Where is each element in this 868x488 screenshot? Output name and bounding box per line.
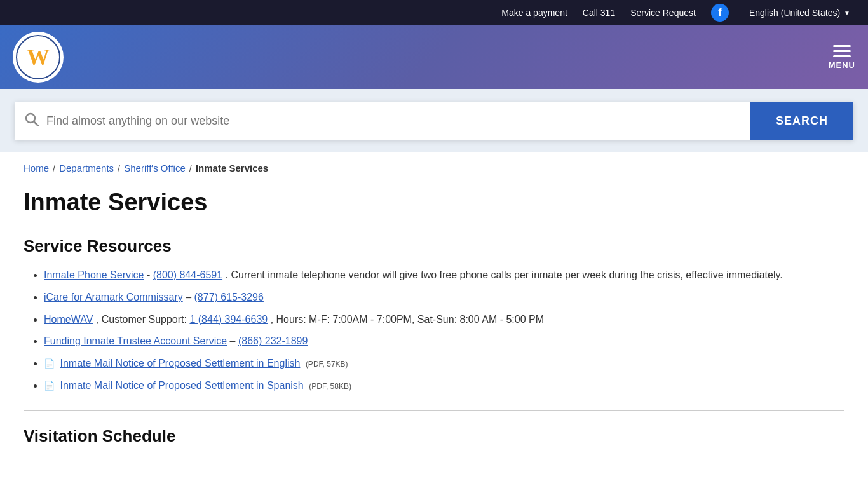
call-311-link[interactable]: Call 311 [583,8,615,18]
page-title: Inmate Services [24,189,844,216]
breadcrumb-current: Inmate Services [196,163,268,173]
funding-trustee-link[interactable]: Funding Inmate Trustee Account Service [44,336,227,346]
language-label: English (United States) [749,8,840,18]
main-content: Home / Departments / Sheriff's Office / … [8,152,860,471]
menu-button[interactable]: MENU [829,45,855,70]
homewav-desc: , Customer Support: [96,314,190,325]
site-logo: W [13,32,64,83]
resource-list: Inmate Phone Service - (800) 844-6591 . … [24,266,844,395]
inmate-phone-service-link[interactable]: Inmate Phone Service [44,269,144,280]
inmate-mail-spanish-link[interactable]: Inmate Mail Notice of Proposed Settlemen… [60,380,303,391]
menu-bar-2 [833,50,851,52]
search-section: SEARCH [0,89,868,152]
section-divider [24,410,844,411]
top-utility-bar: Make a payment Call 311 Service Request … [0,0,868,25]
search-input[interactable] [46,104,740,138]
breadcrumb-sheriffs-office[interactable]: Sheriff's Office [124,163,186,173]
menu-bar-1 [833,45,851,47]
item-separator-1: - [147,269,153,280]
list-item: 📄 Inmate Mail Notice of Proposed Settlem… [44,355,844,373]
list-item: 📄 Inmate Mail Notice of Proposed Settlem… [44,377,844,395]
search-icon [25,112,39,130]
logo-container[interactable]: W [13,32,64,83]
homewav-link[interactable]: HomeWAV [44,314,93,325]
inmate-phone-number-link[interactable]: (800) 844-6591 [153,269,222,280]
menu-label: MENU [829,60,855,70]
breadcrumb-sep-1: / [53,163,55,173]
visitation-heading: Visitation Schedule [24,426,844,446]
breadcrumb-sep-3: / [189,163,192,173]
menu-bar-3 [833,55,851,57]
pdf-icon-english: 📄 [44,358,55,369]
svg-line-1 [34,121,39,126]
pdf-note-spanish: (PDF, 58KB) [309,382,351,391]
funding-phone-link[interactable]: (866) 232-1899 [238,336,308,346]
breadcrumb-sep-2: / [118,163,120,173]
make-payment-link[interactable]: Make a payment [501,8,567,18]
breadcrumb-home[interactable]: Home [24,163,49,173]
service-resources-heading: Service Resources [24,236,844,256]
search-button[interactable]: SEARCH [750,102,853,140]
list-item: Inmate Phone Service - (800) 844-6591 . … [44,266,844,285]
item-separator-2: – [186,292,194,302]
language-selector[interactable]: English (United States) ▼ [744,5,855,20]
item-desc-1: . Current inmate telephone vendor will g… [226,269,783,280]
facebook-icon[interactable]: f [711,4,729,22]
pdf-note-english: (PDF, 57KB) [306,360,348,369]
inmate-mail-english-link[interactable]: Inmate Mail Notice of Proposed Settlemen… [60,358,300,369]
list-item: iCare for Aramark Commissary – (877) 615… [44,288,844,307]
search-input-wrap [15,102,750,140]
pdf-icon-spanish: 📄 [44,381,55,391]
site-header: W MENU [0,25,868,89]
homewav-hours: , Hours: M-F: 7:00AM - 7:00PM, Sat-Sun: … [271,314,544,325]
icare-phone-link[interactable]: (877) 615-3296 [194,292,264,302]
search-container: SEARCH [15,102,853,140]
service-request-link[interactable]: Service Request [630,8,696,18]
icare-aramark-link[interactable]: iCare for Aramark Commissary [44,292,183,302]
item-separator-4: – [230,336,238,346]
list-item: HomeWAV , Customer Support: 1 (844) 394-… [44,311,844,329]
breadcrumb-departments[interactable]: Departments [59,163,114,173]
homewav-phone-link[interactable]: 1 (844) 394-6639 [189,314,268,325]
chevron-down-icon: ▼ [844,10,850,17]
list-item: Funding Inmate Trustee Account Service –… [44,332,844,351]
breadcrumb: Home / Departments / Sheriff's Office / … [24,163,844,173]
